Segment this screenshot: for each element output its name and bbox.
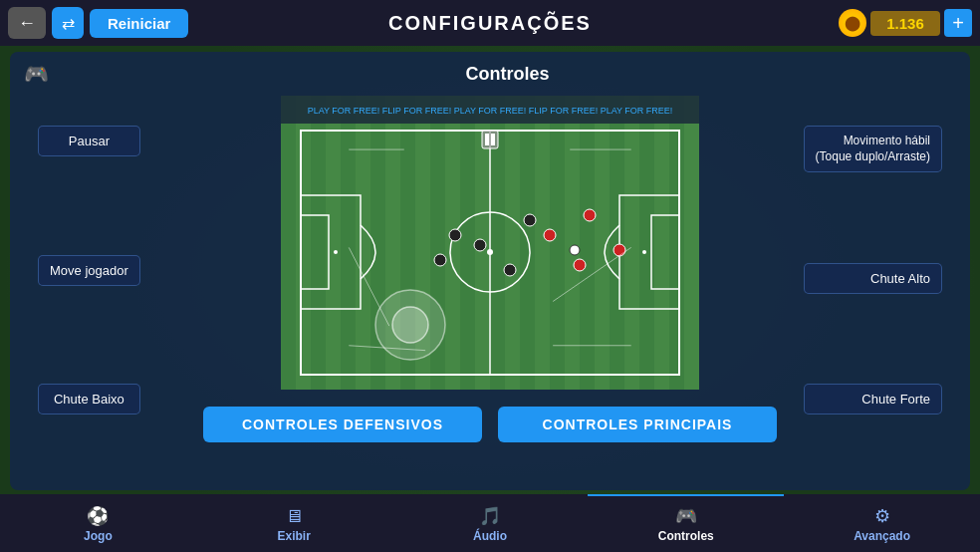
- svg-rect-33: [482, 131, 498, 148]
- section-gamepad-icon: 🎮: [24, 62, 49, 86]
- svg-point-26: [392, 307, 428, 343]
- controls-diagram: Pausar Move jogador Chute Baixo Moviment…: [24, 96, 956, 395]
- nav-avancado-label: Avançado: [854, 529, 910, 543]
- svg-rect-35: [491, 134, 495, 145]
- coin-value: 1.136: [870, 11, 940, 36]
- svg-rect-34: [485, 134, 489, 145]
- svg-point-24: [570, 245, 580, 255]
- chute-baixo-label: Chute Baixo: [38, 384, 140, 414]
- svg-point-15: [584, 209, 596, 221]
- svg-point-17: [574, 259, 586, 271]
- right-labels: Movimento hábil(Toque duplo/Arraste) Chu…: [804, 126, 942, 414]
- page-title: CONFIGURAÇÕES: [388, 12, 592, 35]
- movimento-label: Movimento hábil(Toque duplo/Arraste): [804, 126, 942, 172]
- header-left: ← ⇄ Reiniciar: [8, 7, 188, 39]
- nav-item-jogo[interactable]: ⚽ Jogo: [0, 494, 196, 552]
- section-title: Controles: [59, 64, 956, 85]
- nav-jogo-label: Jogo: [84, 529, 113, 543]
- svg-point-8: [487, 249, 493, 255]
- svg-point-16: [613, 244, 625, 256]
- controles-defensivos-button[interactable]: CONTROLES DEFENSIVOS: [203, 407, 482, 442]
- game-screen: PLAY FOR FREE! FLIP FOR FREE! PLAY FOR F…: [281, 96, 699, 390]
- svg-point-20: [434, 254, 446, 266]
- svg-text:PLAY FOR FREE! FLIP FOR FREE! : PLAY FOR FREE! FLIP FOR FREE! PLAY FOR F…: [308, 106, 673, 116]
- field-svg: PLAY FOR FREE! FLIP FOR FREE! PLAY FOR F…: [281, 96, 699, 390]
- nav-audio-label: Áudio: [473, 529, 507, 543]
- chute-alto-label: Chute Alto: [804, 263, 942, 294]
- nav-item-audio[interactable]: 🎵 Áudio: [392, 494, 589, 552]
- controles-principais-button[interactable]: CONTROLES PRINCIPAIS: [498, 407, 777, 442]
- svg-point-18: [544, 229, 556, 241]
- svg-point-22: [524, 214, 536, 226]
- shuffle-icon: ⇄: [62, 14, 75, 33]
- move-jogador-label: Move jogador: [38, 255, 140, 286]
- svg-point-13: [334, 250, 338, 254]
- nav-item-exibir[interactable]: 🖥 Exibir: [196, 494, 392, 552]
- coin-icon: ⬤: [839, 9, 866, 37]
- jogo-icon: ⚽: [87, 505, 109, 527]
- audio-icon: 🎵: [479, 505, 501, 527]
- nav-controles-label: Controles: [658, 529, 714, 543]
- bottom-nav: ⚽ Jogo 🖥 Exibir 🎵 Áudio 🎮 Controles ⚙ Av…: [0, 494, 980, 552]
- back-button[interactable]: ←: [8, 7, 46, 39]
- add-coins-button[interactable]: +: [944, 9, 972, 37]
- section-header: 🎮 Controles: [24, 62, 956, 86]
- controles-icon: 🎮: [675, 505, 697, 527]
- left-labels: Pausar Move jogador Chute Baixo: [38, 126, 140, 414]
- exibir-icon: 🖥: [285, 506, 303, 527]
- header: ← ⇄ Reiniciar CONFIGURAÇÕES ⬤ 1.136 +: [0, 0, 980, 46]
- pausar-label: Pausar: [38, 126, 140, 156]
- reiniciar-button[interactable]: Reiniciar: [90, 9, 188, 38]
- header-right: ⬤ 1.136 +: [839, 9, 972, 37]
- nav-exibir-label: Exibir: [278, 529, 311, 543]
- svg-point-23: [449, 229, 461, 241]
- shuffle-button[interactable]: ⇄: [52, 7, 84, 39]
- svg-point-14: [642, 250, 646, 254]
- chute-forte-label: Chute Forte: [804, 384, 942, 414]
- nav-item-controles[interactable]: 🎮 Controles: [588, 494, 784, 552]
- nav-item-avancado[interactable]: ⚙ Avançado: [784, 494, 980, 552]
- avancado-icon: ⚙: [874, 505, 890, 527]
- svg-point-19: [474, 239, 486, 251]
- svg-point-21: [504, 264, 516, 276]
- main-content: 🎮 Controles Pausar Move jogador Chute Ba…: [10, 52, 970, 490]
